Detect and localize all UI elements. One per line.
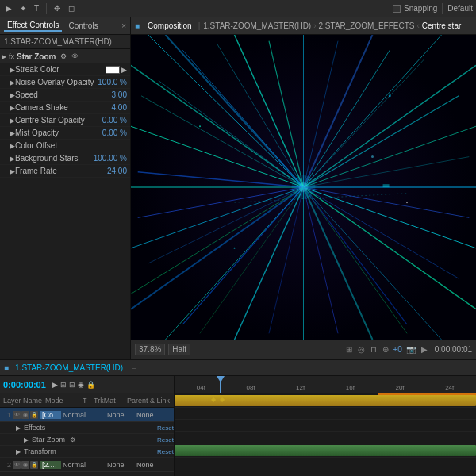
- timeline-body: 0:00:00:01 ▶ ⊞ ⊟ ◉ 🔒 Layer Name Mode T T…: [0, 376, 476, 476]
- sub-label-starzoom: Star Zoom: [32, 436, 65, 443]
- layer-parent-1[interactable]: None: [136, 411, 172, 419]
- tab-controls[interactable]: Controls: [65, 21, 101, 31]
- breadcrumb-1[interactable]: 1.STAR-ZOOM_MASTER(HD): [203, 21, 311, 30]
- preview-icon[interactable]: ▶: [420, 344, 429, 355]
- prop-expand-8: ▶: [10, 155, 15, 163]
- layer-solo-2[interactable]: ◉: [21, 461, 29, 469]
- layer-eye-2[interactable]: 👁: [13, 461, 21, 469]
- sub-row-effects[interactable]: ▶ Effects Reset: [0, 422, 174, 434]
- svg-point-46: [371, 155, 374, 158]
- prop-val-noise[interactable]: 100.0 %: [98, 78, 127, 86]
- layer-name-box-2: [2.STAR_EFFECTS]: [40, 461, 61, 469]
- layer-row-1[interactable]: 1 👁 ◉ 🔒 [Controls] Normal None None: [0, 408, 174, 422]
- layer-eye-1[interactable]: 👁: [13, 411, 21, 419]
- tl-solo-btn[interactable]: ◉: [78, 381, 84, 389]
- ruler-mark-04f: 04f: [176, 384, 226, 391]
- star-zoom-label: Star Zoom: [17, 52, 56, 61]
- prop-streak-color[interactable]: ▶ Streak Color ▶: [0, 63, 130, 76]
- keyframe-1[interactable]: ◆: [211, 396, 216, 403]
- composition-panel: ■ Composition | 1.STAR-ZOOM_MASTER(HD) ›…: [131, 17, 476, 359]
- sub-row-starzoom[interactable]: ▶ Star Zoom ⚙ Reset: [0, 434, 174, 446]
- prop-mist[interactable]: ▶ Mist Opacity 0.00 %: [0, 127, 130, 140]
- color-icon[interactable]: ⊕: [381, 344, 390, 355]
- prop-noise-overlay[interactable]: ▶ Noise Overlay Opacity 100.0 %: [0, 76, 130, 89]
- tab-composition[interactable]: Composition: [144, 21, 195, 31]
- layer-trkmat-1[interactable]: None: [107, 411, 135, 419]
- tl-lock-btn[interactable]: 🔒: [86, 381, 95, 389]
- ruler-mark-16f: 16f: [325, 384, 375, 391]
- cog-icon[interactable]: ⚙: [60, 52, 67, 60]
- select-tool[interactable]: ▶: [3, 3, 14, 13]
- streak-color-swatch[interactable]: [106, 66, 120, 74]
- layer-parent-2[interactable]: None: [136, 461, 172, 469]
- zoom-dropdown[interactable]: 37.8%: [135, 344, 165, 355]
- breadcrumb-2[interactable]: 2.STAR_ZOOM_EFFECTS: [319, 21, 415, 30]
- panel-close-btn[interactable]: ×: [121, 21, 126, 30]
- layer-name-1: [Controls]: [40, 411, 61, 419]
- pen-tool[interactable]: ✦: [17, 3, 29, 13]
- track-bar-layer-2[interactable]: [175, 445, 476, 456]
- prop-val-camera[interactable]: 4.00: [99, 103, 127, 112]
- prop-val-centre[interactable]: 0.00 %: [99, 116, 127, 125]
- tab-effect-controls[interactable]: Effect Controls: [4, 20, 62, 32]
- layer-row-2[interactable]: 2 👁 ◉ 🔒 [2.STAR_EFFECTS] Normal None Non…: [0, 458, 174, 472]
- sub-row-transform[interactable]: ▶ Transform Reset: [0, 446, 174, 458]
- sub-reset-starzoom[interactable]: Reset: [157, 436, 174, 443]
- tl-options-btn[interactable]: ⊞: [60, 381, 67, 389]
- prop-centre-opacity[interactable]: ▶ Centre Star Opacity 0.00 %: [0, 114, 130, 127]
- breadcrumb-sep-2: ‹: [416, 21, 419, 30]
- top-toolbar: ▶ ✦ T ✥ ◻ Snapping Default: [0, 0, 476, 17]
- grid-icon[interactable]: ⊞: [344, 344, 354, 355]
- breadcrumb-3[interactable]: Centre star: [422, 21, 461, 30]
- playhead[interactable]: [220, 376, 221, 393]
- expand-triangle: ▶: [2, 53, 6, 60]
- layer-mode-2[interactable]: Normal: [63, 461, 96, 469]
- prop-val-mist[interactable]: 0.00 %: [99, 129, 127, 137]
- prop-bg-stars[interactable]: ▶ Background Stars 100.00 %: [0, 152, 130, 165]
- prop-val-bg[interactable]: 100.00 %: [94, 154, 127, 163]
- prop-expand-9: ▶: [10, 167, 15, 175]
- anchor-tool[interactable]: ✥: [52, 3, 63, 13]
- timeline-header: ■ 1.STAR-ZOOM_MASTER(HD) ≡: [0, 360, 476, 376]
- camera-icon[interactable]: 📷: [405, 344, 417, 355]
- quality-dropdown[interactable]: Half: [168, 344, 190, 355]
- tl-switch-btn[interactable]: ⊟: [69, 381, 75, 389]
- svg-point-43: [199, 125, 201, 127]
- prop-expand-3: ▶: [10, 91, 15, 99]
- mask-icon[interactable]: ◎: [356, 344, 367, 355]
- comp-tab-sep: |: [198, 21, 201, 30]
- prop-label-streak-color: Streak Color: [15, 65, 104, 74]
- keyframe-2[interactable]: ◆: [220, 396, 225, 403]
- timeline-tab[interactable]: 1.STAR-ZOOM_MASTER(HD): [12, 363, 126, 373]
- layer-star-zoom-header[interactable]: ▶ fx Star Zoom ⚙ 👁: [0, 49, 130, 63]
- snapping-checkbox[interactable]: [393, 5, 401, 13]
- prop-camera-shake[interactable]: ▶ Camera Shake 4.00: [0, 102, 130, 114]
- comp-icon: ■: [135, 21, 140, 30]
- prop-frame-rate[interactable]: ▶ Frame Rate 24.00: [0, 165, 130, 178]
- panel-subheader: 1.STAR-ZOOM_MASTER(HD): [0, 35, 130, 49]
- sub-reset-transform[interactable]: Reset: [157, 448, 174, 455]
- tl-play-btn[interactable]: ▶: [52, 381, 58, 389]
- prop-val-fr[interactable]: 24.00: [99, 167, 127, 175]
- eye-icon[interactable]: 👁: [71, 52, 79, 60]
- snap-icon[interactable]: ⊓: [369, 344, 378, 355]
- shape-tool[interactable]: ◻: [66, 3, 77, 13]
- prop-val-speed[interactable]: 3.00: [99, 90, 127, 99]
- layer-mode-1[interactable]: Normal: [63, 411, 96, 419]
- ruler-mark-20f: 20f: [375, 384, 425, 391]
- timecode-display[interactable]: 0:00:00:01: [3, 380, 46, 390]
- layer-lock-2[interactable]: 🔒: [30, 461, 38, 469]
- prop-label-centre: Centre Star Opacity: [15, 116, 99, 125]
- prop-label-bg: Background Stars: [15, 154, 94, 163]
- star-zoom-visual: [131, 35, 476, 340]
- svg-point-45: [406, 202, 408, 203]
- layer-solo-1[interactable]: ◉: [21, 411, 29, 419]
- track-area: Make all opaque/add shap... ◆ ◆: [175, 393, 476, 458]
- layer-lock-1[interactable]: 🔒: [30, 411, 38, 419]
- prop-speed[interactable]: ▶ Speed 3.00: [0, 89, 130, 102]
- prop-color-offset[interactable]: ▶ Color Offset: [0, 140, 130, 152]
- timeline-layer-panel: 0:00:00:01 ▶ ⊞ ⊟ ◉ 🔒 Layer Name Mode T T…: [0, 376, 175, 476]
- layer-trkmat-2[interactable]: None: [107, 461, 135, 469]
- sub-reset-effects[interactable]: Reset: [157, 424, 174, 432]
- text-tool[interactable]: T: [32, 3, 41, 13]
